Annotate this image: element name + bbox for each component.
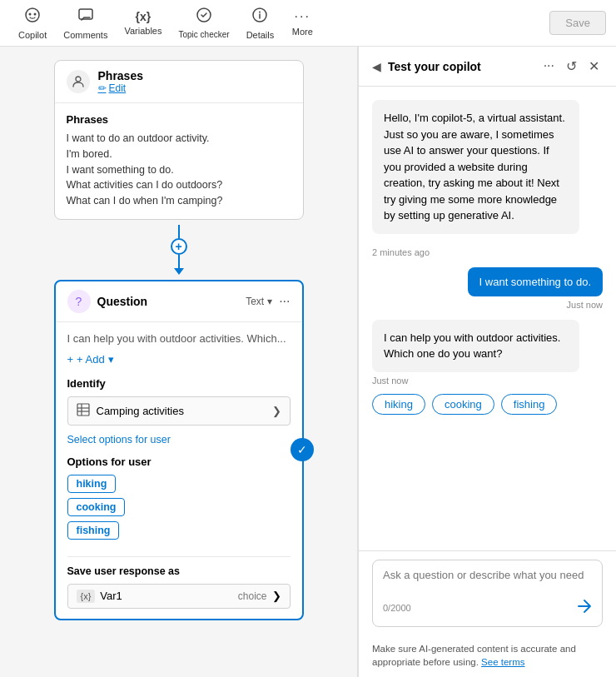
option-chip-fishing[interactable]: fishing <box>67 521 120 540</box>
connector-line-top <box>178 225 180 238</box>
toolbar-copilot-label: Copilot <box>18 30 47 40</box>
details-icon <box>251 7 268 27</box>
copilot-input-footer: 0/2000 <box>383 599 592 618</box>
phrase-4: What activities can I do outdoors? <box>67 177 291 193</box>
phrases-card-header: Phrases ✏ Edit <box>55 61 303 103</box>
bot-message-1: Hello, I'm copilot-5, a virtual assistan… <box>372 100 579 234</box>
copilot-input[interactable] <box>383 569 592 594</box>
copilot-input-box: 0/2000 <box>372 560 603 627</box>
toolbar-item-comments[interactable]: Comments <box>55 3 116 43</box>
connector-line-bottom <box>178 255 180 268</box>
char-count: 0/2000 <box>383 603 411 613</box>
question-check-badge: ✓ <box>291 438 314 461</box>
phrase-2: I'm bored. <box>67 147 291 162</box>
chat-option-fishing[interactable]: fishing <box>501 394 558 415</box>
copilot-panel: ◀ Test your copilot ··· ↺ ✕ Hello, I'm c… <box>358 47 616 677</box>
toolbar: Copilot Comments {x} Variables Topic che… <box>0 0 616 47</box>
copilot-send-button[interactable] <box>577 599 592 618</box>
add-button[interactable]: + + Add ▾ <box>67 353 291 366</box>
connector-1: + <box>171 220 187 280</box>
chat-option-hiking[interactable]: hiking <box>372 394 425 415</box>
canvas-inner: Phrases ✏ Edit Phrases I want to do an o… <box>0 47 357 634</box>
question-card-header: ? Question Text ▾ ··· <box>56 281 302 322</box>
save-response-section: Save user response as {x} Var1 choice ❯ <box>67 556 291 609</box>
comments-icon <box>77 7 94 27</box>
svg-point-0 <box>26 8 39 22</box>
question-icon: ? <box>67 290 91 313</box>
question-type-dropdown[interactable]: Text ▾ <box>246 296 272 307</box>
copilot-title: Test your copilot <box>388 60 534 73</box>
phrases-body-title: Phrases <box>67 113 291 126</box>
copilot-collapse-button[interactable]: ◀ <box>372 60 381 73</box>
save-button[interactable]: Save <box>549 11 606 35</box>
copilot-input-area: 0/2000 <box>359 550 616 635</box>
question-menu-button[interactable]: ··· <box>279 294 290 309</box>
copilot-close-button[interactable]: ✕ <box>585 57 603 76</box>
user-message-time: Just now <box>567 300 603 310</box>
toolbar-comments-label: Comments <box>63 30 107 40</box>
copilot-disclaimer: Make sure AI-generated content is accura… <box>359 635 616 677</box>
bot-message-1-time: 2 minutes ago <box>372 247 603 257</box>
svg-point-7 <box>259 11 261 12</box>
question-preview-text: I can help you with outdoor activities. … <box>67 332 291 345</box>
question-card: ✓ ? Question Text ▾ ··· I can help you w… <box>54 280 304 620</box>
copilot-refresh-button[interactable]: ↺ <box>563 57 580 76</box>
phrases-card-title: Phrases <box>98 69 143 82</box>
var-badge: {x} <box>77 590 96 603</box>
save-response-label: Save user response as <box>67 565 291 577</box>
phrase-3: I want something to do. <box>67 162 291 178</box>
chevron-down-icon: ▾ <box>267 296 272 307</box>
save-response-box[interactable]: {x} Var1 choice ❯ <box>67 584 291 609</box>
var-name: Var1 <box>100 590 237 602</box>
option-chip-hiking[interactable]: hiking <box>67 475 117 493</box>
chat-option-cooking[interactable]: cooking <box>432 394 494 415</box>
toolbar-topic-checker-label: Topic checker <box>178 30 229 39</box>
phrases-card: Phrases ✏ Edit Phrases I want to do an o… <box>54 60 304 220</box>
option-chip-cooking[interactable]: cooking <box>67 498 126 516</box>
question-type-label: Text <box>246 296 264 307</box>
bot-message-2-container: I can help you with outdoor activities. … <box>372 320 603 415</box>
options-section-label: Options for user <box>67 455 291 468</box>
question-card-body: I can help you with outdoor activities. … <box>56 322 302 619</box>
phrases-card-body: Phrases I want to do an outdoor activity… <box>55 103 303 219</box>
table-icon <box>77 403 90 419</box>
toolbar-item-variables[interactable]: {x} Variables <box>116 7 170 39</box>
svg-point-8 <box>76 77 81 82</box>
options-section: Options for user hiking cooking fishing <box>67 455 291 545</box>
identify-box[interactable]: Camping activities ❯ <box>67 396 291 426</box>
question-card-title: Question <box>97 295 240 308</box>
copilot-menu-button[interactable]: ··· <box>540 57 558 76</box>
copilot-header: ◀ Test your copilot ··· ↺ ✕ <box>359 47 616 87</box>
toolbar-item-more[interactable]: ··· More <box>282 6 322 40</box>
select-options-link[interactable]: Select options for user <box>67 434 291 446</box>
identify-section-label: Identify <box>67 377 291 390</box>
main-content: Phrases ✏ Edit Phrases I want to do an o… <box>0 47 616 677</box>
pencil-icon: ✏ <box>98 82 107 94</box>
var-chevron-icon: ❯ <box>272 590 281 602</box>
more-icon: ··· <box>295 9 310 24</box>
svg-point-2 <box>34 12 37 15</box>
toolbar-item-copilot[interactable]: Copilot <box>10 3 55 43</box>
bot-message-2: I can help you with outdoor activities. … <box>372 320 579 372</box>
user-message-container: I want something to do. Just now <box>372 267 603 310</box>
toolbar-more-label: More <box>292 27 313 37</box>
identify-chevron-icon: ❯ <box>272 405 281 417</box>
phrases-avatar <box>67 70 90 93</box>
toolbar-item-topic-checker[interactable]: Topic checker <box>170 3 237 42</box>
phrases-edit-link[interactable]: ✏ Edit <box>98 82 143 94</box>
copilot-icon <box>24 7 41 27</box>
connector-add-button[interactable]: + <box>171 238 187 255</box>
see-terms-link[interactable]: See terms <box>481 657 524 667</box>
add-chevron-icon: ▾ <box>108 353 114 366</box>
option-chips-row: hiking cooking fishing <box>372 394 603 415</box>
toolbar-details-label: Details <box>246 30 275 40</box>
svg-point-1 <box>29 12 32 15</box>
phrase-5: What can I do when I'm camping? <box>67 193 291 209</box>
toolbar-variables-label: Variables <box>124 26 161 36</box>
var-type: choice <box>238 590 267 602</box>
toolbar-item-details[interactable]: Details <box>238 3 283 43</box>
variables-icon: {x} <box>136 10 152 23</box>
connector-arrow <box>174 268 184 275</box>
bot-message-2-time: Just now <box>372 376 603 386</box>
canvas-panel: Phrases ✏ Edit Phrases I want to do an o… <box>0 47 358 677</box>
